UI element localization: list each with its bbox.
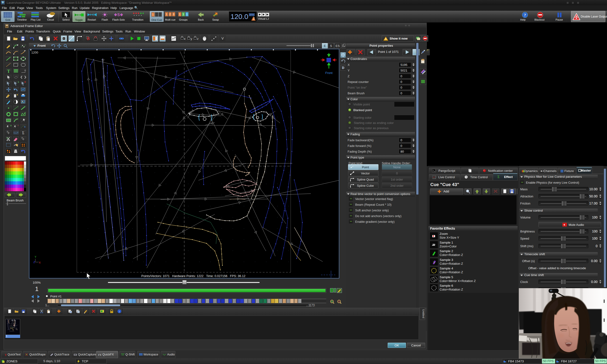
svg-text:1: 1 bbox=[152, 13, 154, 16]
svg-text:❖S❖: ❖S❖ bbox=[114, 13, 123, 17]
svg-text:T: T bbox=[5, 353, 7, 356]
svg-text:Points/Vectors: 1071 Hardwar: Points/Vectors: 1071 Hardware Points: 12… bbox=[10, 331, 14, 331]
svg-text:1: 1 bbox=[166, 13, 167, 16]
svg-text:1: 1 bbox=[179, 13, 180, 16]
svg-text:?: ? bbox=[524, 13, 526, 17]
svg-text:2: 2 bbox=[169, 13, 171, 16]
svg-text:1: 1 bbox=[183, 13, 184, 16]
svg-text:FX: FX bbox=[98, 353, 102, 356]
svg-text:i: i bbox=[119, 310, 120, 313]
svg-text:1: 1 bbox=[186, 13, 187, 16]
svg-text:3: 3 bbox=[173, 13, 174, 16]
svg-text:beta: beta bbox=[51, 13, 54, 15]
